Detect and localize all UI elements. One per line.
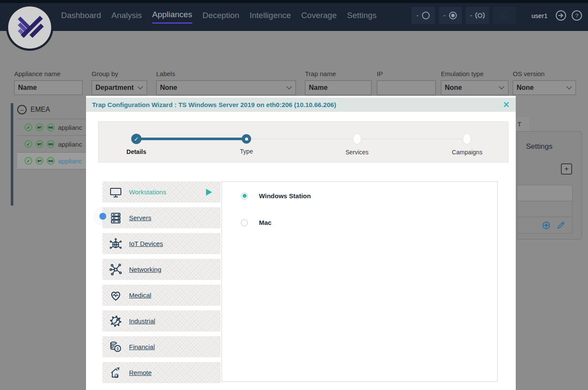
home-at-icon: @ bbox=[102, 365, 129, 380]
radio-unselected-icon[interactable] bbox=[241, 219, 248, 226]
filter-emulation-type: Emulation type None bbox=[441, 70, 508, 95]
filter-label: Emulation type bbox=[441, 70, 508, 77]
tree-row-appliance-selected[interactable]: ✓ MT NIS applianc bbox=[17, 153, 86, 169]
app-logo[interactable] bbox=[6, 4, 53, 51]
stepper-connector bbox=[357, 138, 467, 140]
mt-badge: MT bbox=[36, 140, 43, 148]
nav-item-coverage[interactable]: Coverage bbox=[301, 8, 336, 23]
nav-item-appliances[interactable]: Appliances bbox=[152, 7, 192, 24]
selected-value: Department bbox=[95, 84, 134, 92]
tree-row-appliance[interactable]: ✓ MT NIS applianc bbox=[17, 119, 86, 136]
step-type[interactable]: Type bbox=[240, 122, 253, 155]
filter-group-by: Group by Department bbox=[92, 70, 147, 95]
stepper-connector-done bbox=[136, 138, 246, 140]
status-badge-events[interactable]: - bbox=[466, 7, 489, 24]
filter-label: Appliance name bbox=[14, 70, 83, 77]
tree-row-appliance[interactable]: ✓ MT NIS applianc bbox=[17, 136, 86, 153]
settings-table bbox=[517, 185, 573, 233]
step-details[interactable]: ✓ Details bbox=[126, 122, 146, 155]
step-active-dot-icon bbox=[242, 134, 251, 144]
status-badge-traps[interactable]: - bbox=[412, 7, 435, 24]
selected-value: None bbox=[517, 84, 534, 92]
tree-group-label: EMEA bbox=[31, 106, 50, 114]
selected-arrow-icon bbox=[206, 189, 212, 196]
question-glyph: ? bbox=[575, 12, 578, 19]
coins-icon: $ bbox=[102, 340, 129, 354]
main-menu: Dashboard Analysis Appliances Deception … bbox=[61, 0, 376, 31]
category-networking[interactable]: Networking bbox=[102, 259, 221, 280]
status-circle-outline-icon bbox=[421, 11, 431, 20]
background-tab[interactable]: T bbox=[516, 117, 529, 131]
appliance-name-input[interactable] bbox=[14, 80, 83, 95]
nav-item-intelligence[interactable]: Intelligence bbox=[249, 8, 291, 23]
target-hex-icon[interactable] bbox=[542, 221, 551, 230]
category-medical[interactable]: Medical bbox=[102, 285, 221, 306]
nis-badge: NIS bbox=[47, 140, 55, 148]
option-mac[interactable]: Mac bbox=[241, 219, 271, 226]
nav-item-analysis[interactable]: Analysis bbox=[111, 8, 142, 23]
filter-label: OS version bbox=[513, 70, 576, 77]
add-button[interactable]: + bbox=[561, 163, 572, 175]
ip-input[interactable] bbox=[377, 80, 436, 95]
dollar-glyph: $ bbox=[117, 347, 119, 351]
notifications-bell-icon bbox=[500, 11, 509, 20]
user-name[interactable]: user1 bbox=[531, 12, 548, 19]
status-broadcast-icon bbox=[475, 11, 485, 20]
iot-globe-icon bbox=[102, 236, 129, 251]
group-by-select[interactable]: Department bbox=[92, 80, 147, 95]
category-remote[interactable]: @ Remote bbox=[102, 362, 221, 383]
os-version-select[interactable]: None bbox=[513, 80, 576, 95]
step-label: Campaigns bbox=[452, 149, 483, 156]
trap-type-options-panel: Windows Station Mac bbox=[222, 181, 498, 382]
chevron-down-icon bbox=[286, 86, 292, 90]
tree-scrollbar[interactable] bbox=[11, 103, 13, 206]
stepper-connector bbox=[246, 138, 357, 140]
radio-selected-icon[interactable] bbox=[241, 193, 248, 200]
labels-select[interactable]: None bbox=[156, 80, 296, 95]
category-label: Workstations bbox=[129, 188, 166, 196]
filter-ip: IP bbox=[377, 70, 436, 95]
nav-status-area: - - - bbox=[412, 0, 583, 31]
step-services[interactable]: Services bbox=[345, 122, 369, 156]
category-iot-devices[interactable]: IoT Devices bbox=[102, 233, 221, 254]
category-label: Networking bbox=[129, 266, 161, 273]
tree-group-emea[interactable]: – EMEA bbox=[17, 105, 86, 114]
category-industrial[interactable]: Industrial bbox=[102, 310, 221, 332]
nav-item-deception[interactable]: Deception bbox=[203, 8, 240, 23]
filter-labels: Labels None bbox=[156, 70, 296, 95]
settings-panel: Settings + bbox=[517, 131, 582, 240]
filter-label: IP bbox=[377, 70, 436, 77]
heart-pulse-icon bbox=[102, 288, 129, 303]
category-workstations[interactable]: Workstations bbox=[102, 181, 221, 203]
collapse-minus-icon[interactable]: – bbox=[17, 105, 27, 114]
step-label: Services bbox=[345, 149, 369, 156]
logout-icon[interactable] bbox=[555, 9, 567, 21]
chevron-down-icon bbox=[499, 86, 505, 90]
option-windows-station[interactable]: Windows Station bbox=[241, 192, 311, 200]
status-circle-filled-icon bbox=[448, 11, 458, 20]
status-badge-alerts[interactable]: - bbox=[439, 7, 462, 24]
notifications-badge[interactable] bbox=[493, 7, 516, 24]
settings-table-row bbox=[517, 201, 572, 217]
category-financial[interactable]: $ Financial bbox=[102, 336, 221, 357]
nis-badge: NIS bbox=[47, 157, 55, 165]
step-campaigns[interactable]: Campaigns bbox=[452, 122, 483, 156]
step-label: Type bbox=[240, 148, 253, 155]
emulation-type-select[interactable]: None bbox=[441, 80, 508, 95]
step-pending-circle-icon bbox=[463, 133, 471, 144]
filter-trap-name: Trap name bbox=[305, 70, 372, 95]
help-icon[interactable]: ? bbox=[571, 9, 583, 21]
filter-label: Trap name bbox=[305, 70, 372, 77]
nav-item-dashboard[interactable]: Dashboard bbox=[61, 8, 101, 23]
check-icon: ✓ bbox=[25, 123, 32, 131]
filter-appliance-name: Appliance name bbox=[14, 70, 83, 95]
nav-item-settings[interactable]: Settings bbox=[347, 8, 377, 23]
close-icon[interactable]: ✕ bbox=[503, 101, 510, 109]
tree-rows: ✓ MT NIS applianc ✓ MT NIS applianc ✓ MT… bbox=[17, 119, 86, 169]
trap-name-input[interactable] bbox=[305, 80, 372, 95]
category-label: Medical bbox=[129, 292, 151, 299]
settings-table-actions bbox=[517, 217, 572, 233]
edit-pencil-icon[interactable] bbox=[557, 221, 565, 230]
category-servers[interactable]: Servers bbox=[102, 207, 221, 228]
selected-value: None bbox=[445, 84, 462, 92]
